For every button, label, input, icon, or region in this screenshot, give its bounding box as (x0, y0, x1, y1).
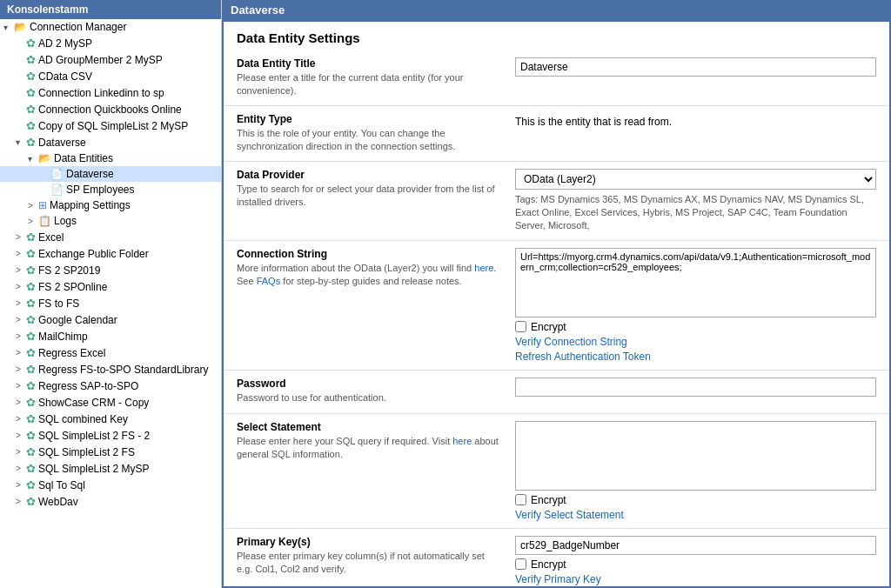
sidebar: Konsolenstamm ▾📂Connection Manager✿AD 2 … (0, 0, 222, 588)
conn-here-link[interactable]: here (474, 263, 493, 273)
pk-encrypt-checkbox[interactable] (515, 558, 526, 570)
sidebar-item-data-entities[interactable]: ▾📂Data Entities (0, 150, 221, 166)
sidebar-item-label: Connection Quickbooks Online (38, 104, 182, 116)
pk-encrypt-row: Encrypt (515, 558, 876, 571)
gear-icon: ✿ (26, 103, 36, 116)
sidebar-item-google-calendar[interactable]: >✿Google Calendar (0, 311, 221, 328)
sidebar-item-copy-sql-simplelist[interactable]: ✿Copy of SQL SimpleList 2 MySP (0, 117, 221, 134)
conn-desc-end: for step-by-step guides and release note… (280, 276, 462, 286)
connection-string-control: Url=https://myorg.crm4.dynamics.com/api/… (515, 248, 876, 363)
sidebar-item-label: Dataverse (66, 168, 114, 180)
conn-encrypt-checkbox[interactable] (515, 321, 526, 332)
pk-verify-link[interactable]: Verify Primary Key (515, 573, 601, 585)
gear-icon: ✿ (26, 330, 36, 343)
password-input[interactable] (515, 378, 876, 397)
sidebar-item-label: AD 2 MySP (38, 37, 92, 50)
conn-faqs-link[interactable]: FAQs (257, 276, 281, 286)
entity-type-control: This is the entity that is read from. (515, 113, 876, 130)
conn-refresh-link[interactable]: Refresh Authentication Token (515, 351, 651, 363)
sidebar-item-regress-sap-spo[interactable]: >✿Regress SAP-to-SPO (0, 378, 221, 394)
toggle-icon: > (16, 398, 26, 407)
toggle-icon: > (16, 331, 26, 341)
primary-keys-input[interactable] (515, 536, 876, 555)
conn-encrypt-label: Encrypt (531, 321, 566, 333)
sidebar-item-label: Google Calendar (38, 314, 117, 326)
sidebar-item-sql-simplelist2-fs2[interactable]: >✿SQL SimpleList 2 FS - 2 (0, 427, 221, 444)
provider-tags: Tags: MS Dynamics 365, MS Dynamics AX, M… (515, 193, 876, 233)
sidebar-item-cdata-csv[interactable]: ✿CData CSV (0, 68, 221, 84)
sidebar-item-mailchimp[interactable]: >✿MailChimp (0, 328, 221, 344)
connection-string-label: Connection String (237, 248, 502, 260)
sidebar-item-fs2-sp2019[interactable]: >✿FS 2 SP2019 (0, 262, 221, 278)
sel-encrypt-checkbox[interactable] (515, 494, 526, 505)
sidebar-item-excel[interactable]: >✿Excel (0, 229, 221, 245)
toggle-icon: ▾ (3, 23, 14, 32)
entity-title-control (515, 57, 876, 77)
sidebar-item-logs[interactable]: >📋Logs (0, 213, 221, 229)
sidebar-item-label: SQL SimpleList 2 FS - 2 (38, 430, 150, 442)
sel-verify-row: Verify Select Statement (515, 509, 876, 521)
gear-icon: ✿ (26, 412, 36, 425)
toggle-icon: > (16, 249, 26, 258)
sidebar-item-mapping-settings[interactable]: >⊞Mapping Settings (0, 197, 221, 213)
gear-icon: ✿ (26, 280, 36, 293)
sidebar-item-fs2-sponline[interactable]: >✿FS 2 SPOnline (0, 278, 221, 295)
gear-icon: ✿ (26, 462, 36, 475)
select-statement-textarea[interactable] (515, 421, 876, 491)
sidebar-item-label: Regress SAP-to-SPO (38, 380, 138, 392)
sidebar-item-ad-groupmember-2mysp[interactable]: ✿AD GroupMember 2 MySP (0, 51, 221, 68)
sidebar-item-label: Mapping Settings (50, 199, 131, 211)
sidebar-item-label: Copy of SQL SimpleList 2 MySP (38, 120, 188, 132)
gear-icon: ✿ (26, 396, 36, 409)
gear-icon: ✿ (26, 247, 36, 260)
doc-icon: 📄 (50, 184, 64, 196)
toggle-icon: > (16, 480, 26, 490)
toggle-icon: > (16, 282, 26, 291)
entity-title-input[interactable] (515, 57, 876, 77)
password-label: Password (237, 378, 502, 390)
toggle-icon: > (16, 364, 26, 374)
conn-verify-link[interactable]: Verify Connection String (515, 336, 627, 348)
sidebar-item-webdav[interactable]: >✿WebDav (0, 493, 221, 510)
conn-desc-main: More information about the OData (Layer2… (237, 263, 474, 273)
toggle-icon: > (16, 464, 26, 473)
sidebar-item-regress-excel[interactable]: >✿Regress Excel (0, 344, 221, 361)
sidebar-item-regress-fs-spo[interactable]: >✿Regress FS-to-SPO StandardLibrary (0, 361, 221, 378)
connection-string-row: Connection String More information about… (224, 241, 889, 371)
sidebar-item-sp-employees[interactable]: 📄SP Employees (0, 182, 221, 197)
sidebar-item-connection-linkedinn[interactable]: ✿Connection Linkedinn to sp (0, 84, 221, 101)
sidebar-item-sql-combined-key[interactable]: >✿SQL combined Key (0, 411, 221, 427)
sidebar-item-sql-simplelist2-mysp[interactable]: >✿SQL SimpleList 2 MySP (0, 460, 221, 477)
entity-type-desc: This is the role of your entity. You can… (237, 127, 502, 154)
sel-verify-link[interactable]: Verify Select Statement (515, 509, 624, 521)
sidebar-item-dataverse[interactable]: ▾✿Dataverse (0, 134, 221, 150)
sidebar-item-label: AD GroupMember 2 MySP (38, 54, 163, 66)
entity-type-label-col: Entity Type This is the role of your ent… (237, 113, 515, 154)
sidebar-item-connection-quickbooks[interactable]: ✿Connection Quickbooks Online (0, 101, 221, 117)
sidebar-item-showcase-crm-copy[interactable]: >✿ShowCase CRM - Copy (0, 394, 221, 411)
sidebar-item-sql-simplelist2-fs[interactable]: >✿SQL SimpleList 2 FS (0, 444, 221, 460)
sidebar-item-exchange-public-folder[interactable]: >✿Exchange Public Folder (0, 245, 221, 262)
gear-icon: ✿ (26, 70, 36, 83)
sel-encrypt-row: Encrypt (515, 494, 876, 506)
sel-encrypt-label: Encrypt (531, 494, 566, 506)
logs-icon: 📋 (38, 215, 51, 227)
primary-keys-control: Encrypt Verify Primary Key (515, 536, 876, 585)
sidebar-item-label: Dataverse (38, 137, 86, 149)
sidebar-item-label: SP Employees (66, 184, 135, 196)
connection-string-desc: More information about the OData (Layer2… (237, 262, 502, 289)
sidebar-item-label: FS 2 SPOnline (38, 281, 107, 293)
folder-open-icon: 📂 (14, 21, 27, 33)
sel-here-link[interactable]: here (452, 436, 472, 446)
sidebar-item-ad2-mysp[interactable]: ✿AD 2 MySP (0, 35, 221, 51)
sidebar-item-sql-to-sql[interactable]: >✿Sql To Sql (0, 477, 221, 493)
connection-string-textarea[interactable]: Url=https://myorg.crm4.dynamics.com/api/… (515, 248, 876, 317)
select-statement-row: Select Statement Please enter here your … (224, 414, 889, 529)
sidebar-item-label: WebDav (38, 496, 78, 508)
data-provider-label-col: Data Provider Type to search for or sele… (237, 169, 515, 210)
sidebar-item-dataverse-entity[interactable]: 📄Dataverse (0, 166, 221, 182)
data-provider-select[interactable]: OData (Layer2) (515, 169, 876, 190)
mapping-icon: ⊞ (38, 199, 47, 211)
sidebar-item-fs-to-fs[interactable]: >✿FS to FS (0, 295, 221, 311)
sidebar-item-connection-manager[interactable]: ▾📂Connection Manager (0, 19, 221, 35)
